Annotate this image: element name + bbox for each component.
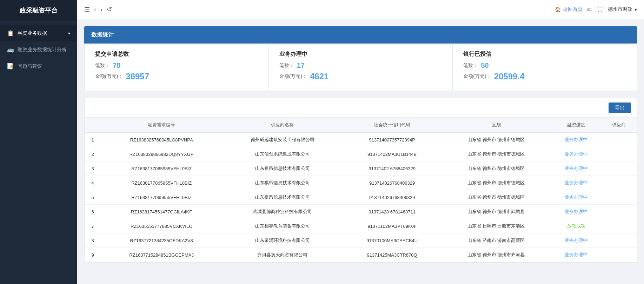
col-header-4: 区划 xyxy=(441,118,551,133)
table-section: 导出 融资需求编号供应商名称社会统一信用代码区划融资进度供应商 1 RZ1638… xyxy=(84,98,637,263)
row-index: 7 xyxy=(85,219,101,233)
table-row: 2 RZ1638329866982DQ8YYXGP 山东信创系统集成有限公司 9… xyxy=(85,147,637,161)
row-extra xyxy=(602,133,637,147)
table-row: 5 RZ1638177065955VFHL0BIZ 山东祺昂信息技术有限公司 9… xyxy=(85,190,637,205)
chevron-down-icon: ▾ xyxy=(635,7,637,12)
back-icon[interactable]: ‹ xyxy=(94,6,96,13)
col-header-1: 融资需求编号 xyxy=(101,118,222,133)
row-supplier: 山东祺昂信息技术有限公司 xyxy=(222,190,343,205)
row-code: RZ1638177065955VFHL0BIZ xyxy=(101,161,222,176)
row-progress: 业务办理中 xyxy=(551,205,601,219)
row-extra xyxy=(602,248,637,262)
row-supplier: 德州威远建筑安装工程有限公司 xyxy=(222,133,343,147)
row-credit-code: 91371102MA3PT69K0F xyxy=(343,219,441,233)
row-supplier: 山东相睿教育装备有限公司 xyxy=(222,219,343,233)
row-credit-code: 91371428 6781468711 xyxy=(343,205,441,219)
row-index: 4 xyxy=(85,176,101,190)
row-index: 1 xyxy=(85,133,101,147)
row-region: 山东省 日照市 日照市东港区 xyxy=(441,219,551,233)
sidebar-menu: 📋 融资业务数据 ▾ 🚌 融资业务数据统计分析 📝 问题与建议 xyxy=(0,21,77,78)
table-wrapper[interactable]: 融资需求编号供应商名称社会统一信用代码区划融资进度供应商 1 RZ1638325… xyxy=(85,118,637,262)
row-supplier: 山东祺昂信息技术有限公司 xyxy=(222,176,343,190)
row-index: 9 xyxy=(85,248,101,262)
row-extra xyxy=(602,233,637,248)
stat-amount-row: 金额(万元)： 4621 xyxy=(279,72,442,81)
row-extra xyxy=(602,147,637,161)
fullscreen-icon[interactable]: ⛶ xyxy=(597,7,602,12)
sidebar-icon: 🚌 xyxy=(7,46,14,53)
menu-icon[interactable]: ☰ xyxy=(84,6,90,13)
count-label: 笔数： xyxy=(279,62,294,69)
row-region: 山东省 德州市 德州市德城区 xyxy=(441,176,551,190)
row-supplier: 山东信创系统集成有限公司 xyxy=(222,147,343,161)
export-button[interactable]: 导出 xyxy=(609,103,631,113)
col-header-5: 融资进度 xyxy=(551,118,601,133)
data-table: 融资需求编号供应商名称社会统一信用代码区划融资进度供应商 1 RZ1638325… xyxy=(85,118,637,262)
sidebar-item-label: 融资业务数据 xyxy=(18,30,47,37)
amount-label: 金额(万元)： xyxy=(279,73,307,80)
page-content: 数据统计 提交申请总数 笔数： 78 金额(万元)： 36957 业务办理中 笔… xyxy=(77,19,644,284)
row-code: RZ1635551777885VCXKVILO xyxy=(101,219,222,233)
row-region: 山东省 德州市 德州市德城区 xyxy=(441,161,551,176)
sidebar-item-issues[interactable]: 📝 问题与建议 xyxy=(0,58,77,74)
refresh-icon[interactable]: ↺ xyxy=(107,6,112,13)
topbar-right: 🏷 ⛶ 德州市财政 ▾ xyxy=(587,6,637,13)
amount-label: 金额(万元)： xyxy=(463,73,491,80)
tag-icon: 🏷 xyxy=(587,7,592,12)
row-extra xyxy=(602,190,637,205)
sidebar-item-finance-analysis[interactable]: 🚌 融资业务数据统计分析 xyxy=(0,41,77,58)
page-title: 数据统计 xyxy=(84,26,637,44)
row-code: RZ1638177065955VFHL0BIZ xyxy=(101,190,222,205)
row-code: RZ1638177065955VFHL0BIZ xyxy=(101,176,222,190)
table-toolbar: 导出 xyxy=(85,98,637,118)
table-row: 6 RZ1638174551477GCILA4KF 武城县德商种业科技有限公司 … xyxy=(85,205,637,219)
sidebar-item-label: 融资业务数据统计分析 xyxy=(18,47,67,53)
table-row: 3 RZ1638177065955VFHL0BIZ 山东祺昂信息技术有限公司 9… xyxy=(85,161,637,176)
table-row: 4 RZ1638177065955VFHL0BIZ 山东祺昂信息技术有限公司 9… xyxy=(85,176,637,190)
row-supplier: 山东祺昂信息技术有限公司 xyxy=(222,161,343,176)
topbar: ☰ ‹ › ↺ 🏠 返回首页 🏷 ⛶ 德州市财政 ▾ xyxy=(77,0,644,19)
amount-value: 4621 xyxy=(310,72,328,81)
stat-card-authorized: 银行已授信 笔数： 50 金额(万元)： 20599.4 xyxy=(453,44,637,91)
stat-card-total: 提交申请总数 笔数： 78 金额(万元)： 36957 xyxy=(85,44,269,91)
count-value: 50 xyxy=(481,61,489,70)
row-credit-code: 91371402 6768406329 xyxy=(343,161,441,176)
home-link[interactable]: 🏠 返回首页 xyxy=(555,6,583,13)
row-code: RZ1638325768045LG8PVNPA xyxy=(101,133,222,147)
forward-icon[interactable]: › xyxy=(100,6,102,13)
row-progress: 业务办理中 xyxy=(551,161,601,176)
stat-card-processing: 业务办理中 笔数： 17 金额(万元)： 4621 xyxy=(269,44,453,91)
table-row: 1 RZ1638325768045LG8PVNPA 德州威远建筑安装工程有限公司… xyxy=(85,133,637,147)
row-credit-code: 913714026768406329 xyxy=(343,176,441,190)
stat-count-row: 笔数： 17 xyxy=(279,61,442,70)
table-row: 7 RZ1635551777885VCXKVILO 山东相睿教育装备有限公司 9… xyxy=(85,219,637,233)
col-header-2: 供应商名称 xyxy=(222,118,343,133)
row-progress: 放款成功 xyxy=(551,219,601,233)
stat-count-row: 笔数： 78 xyxy=(95,61,258,70)
row-code: RZ1637715284851BGOEPMXJ xyxy=(101,248,222,262)
row-index: 6 xyxy=(85,205,101,219)
row-region: 山东省 德州市 德州市齐河县 xyxy=(441,248,551,262)
row-region: 山东省 德州市 德州市德城区 xyxy=(441,147,551,161)
sidebar-icon: 📝 xyxy=(7,63,14,70)
row-region: 山东省 济南市 济南市高新区 xyxy=(441,233,551,248)
table-body: 1 RZ1638325768045LG8PVNPA 德州威远建筑安装工程有限公司… xyxy=(85,133,637,262)
sidebar-item-finance-data[interactable]: 📋 融资业务数据 ▾ xyxy=(0,25,77,41)
row-code: RZ1638174551477GCILA4KF xyxy=(101,205,222,219)
sidebar-logo: 政采融资平台 xyxy=(0,0,77,21)
col-header-3: 社会统一信用代码 xyxy=(343,118,441,133)
row-progress: 业务办理中 xyxy=(551,190,601,205)
stats-container: 提交申请总数 笔数： 78 金额(万元)： 36957 业务办理中 笔数： 17… xyxy=(84,44,637,91)
row-credit-code: 91370100MA3CEECB4U xyxy=(343,233,441,248)
stat-title: 业务办理中 xyxy=(279,51,442,58)
user-label: 德州市财政 xyxy=(608,6,632,13)
user-menu[interactable]: 德州市财政 ▾ xyxy=(608,6,637,13)
sidebar-item-label: 问题与建议 xyxy=(18,63,42,70)
row-supplier: 武城县德商种业科技有限公司 xyxy=(222,205,343,219)
col-header-0 xyxy=(85,118,101,133)
row-credit-code: 91371400735772394P xyxy=(343,133,441,147)
row-extra xyxy=(602,219,637,233)
table-header: 融资需求编号供应商名称社会统一信用代码区划融资进度供应商 xyxy=(85,118,637,133)
home-icon: 🏠 xyxy=(555,7,561,12)
row-progress: 业务办理中 xyxy=(551,233,601,248)
